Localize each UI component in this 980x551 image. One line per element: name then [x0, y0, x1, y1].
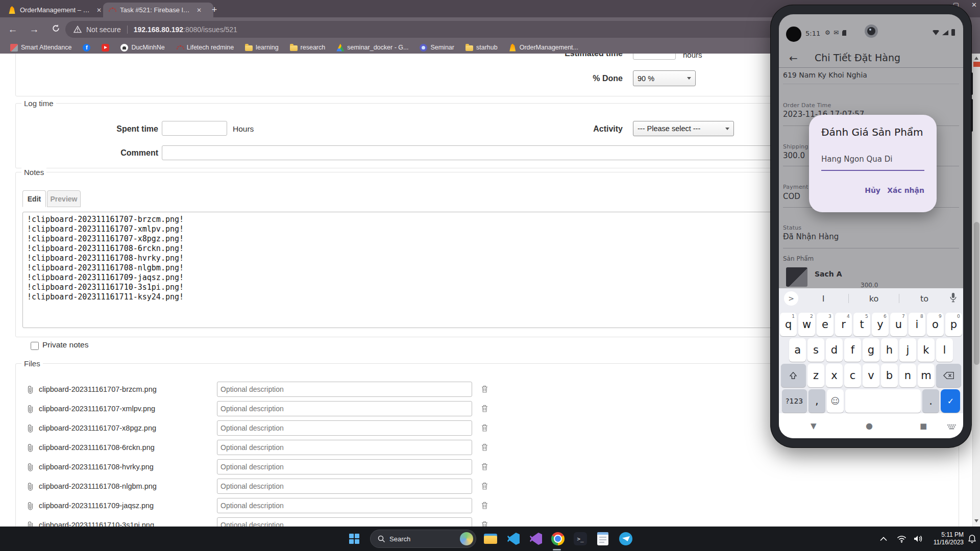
- delete-file-icon[interactable]: [481, 423, 488, 434]
- search-highlight-icon[interactable]: [460, 532, 473, 545]
- suggestion[interactable]: to: [899, 294, 949, 304]
- terminal-button[interactable]: >_: [572, 531, 589, 547]
- cancel-button[interactable]: Hủy: [865, 186, 880, 194]
- tab-close-icon[interactable]: ✕: [197, 7, 202, 14]
- suggestion[interactable]: I: [798, 294, 848, 304]
- symbols-key[interactable]: ?123: [782, 389, 807, 413]
- enter-key[interactable]: ✓: [941, 389, 960, 413]
- space-key[interactable]: [845, 389, 921, 413]
- volume-down-button[interactable]: [971, 99, 973, 132]
- delete-file-icon[interactable]: [481, 501, 488, 511]
- bookmark-item[interactable]: starhub: [462, 43, 501, 52]
- keyboard-key[interactable]: x: [826, 364, 843, 387]
- backspace-key[interactable]: [936, 364, 961, 387]
- telegram-button[interactable]: [618, 531, 634, 547]
- keyboard-key[interactable]: z: [807, 364, 824, 387]
- comma-key[interactable]: ,: [808, 389, 825, 413]
- confirm-button[interactable]: Xác nhận: [887, 186, 924, 194]
- file-explorer-button[interactable]: [482, 531, 499, 547]
- keyboard-key[interactable]: s: [807, 338, 824, 362]
- tab-edit[interactable]: Edit: [22, 190, 46, 207]
- keyboard-key[interactable]: 5t: [853, 313, 870, 336]
- bookmark-item[interactable]: seminar_docker - G...: [333, 43, 411, 53]
- file-description-input[interactable]: [217, 420, 472, 436]
- estimated-time-input[interactable]: [633, 54, 676, 60]
- percent-done-select[interactable]: 90 %: [633, 70, 696, 86]
- back-arrow[interactable]: ←: [789, 52, 798, 64]
- delete-file-icon[interactable]: [481, 520, 488, 527]
- nav-recents-button[interactable]: ■: [920, 421, 927, 431]
- bookmark-item[interactable]: Lifetech redmine: [173, 43, 237, 53]
- forward-button[interactable]: →: [27, 22, 42, 37]
- tab-ordermanagement[interactable]: OrderManagement – Cloud Fires ✕: [3, 3, 110, 17]
- keyboard-key[interactable]: 8i: [909, 313, 925, 336]
- hide-keyboard-button[interactable]: [947, 423, 956, 433]
- bookmark-item[interactable]: DucMinhNe: [117, 43, 167, 53]
- reload-button[interactable]: [48, 22, 63, 37]
- notifications-button[interactable]: [968, 527, 976, 551]
- wifi-tray-button[interactable]: [897, 527, 906, 551]
- keyboard-key[interactable]: f: [844, 338, 861, 362]
- bookmark-item[interactable]: learning: [242, 43, 281, 52]
- file-description-input[interactable]: [217, 517, 472, 527]
- expand-suggestions-button[interactable]: >: [784, 291, 798, 306]
- keyboard-key[interactable]: 7u: [890, 313, 907, 336]
- visual-studio-button[interactable]: [528, 531, 544, 547]
- file-description-input[interactable]: [217, 382, 472, 397]
- keyboard-key[interactable]: l: [936, 338, 953, 362]
- delete-file-icon[interactable]: [481, 443, 488, 453]
- suggestion[interactable]: ko: [849, 294, 899, 304]
- taskbar-clock[interactable]: 5:11 PM 11/16/2023: [930, 527, 964, 551]
- period-key[interactable]: .: [922, 389, 939, 413]
- private-notes-checkbox[interactable]: [31, 342, 39, 350]
- delete-file-icon[interactable]: [481, 482, 488, 492]
- file-description-input[interactable]: [217, 401, 472, 416]
- back-button[interactable]: ←: [5, 22, 20, 37]
- volume-up-button[interactable]: [971, 72, 973, 95]
- keyboard-key[interactable]: 4r: [835, 313, 852, 336]
- keyboard-key[interactable]: v: [863, 364, 879, 387]
- close-button[interactable]: ✕: [971, 1, 977, 9]
- bookmark-item[interactable]: [80, 43, 93, 53]
- bookmark-item[interactable]: Seminar: [416, 43, 457, 53]
- keyboard-key[interactable]: m: [918, 364, 935, 387]
- file-description-input[interactable]: [217, 479, 472, 494]
- keyboard-key[interactable]: b: [881, 364, 898, 387]
- tray-expand-button[interactable]: [880, 527, 887, 551]
- volume-tray-button[interactable]: [913, 527, 923, 551]
- scrollbar-thumb[interactable]: [974, 222, 979, 365]
- file-description-input[interactable]: [217, 498, 472, 513]
- new-tab-button[interactable]: +: [208, 4, 220, 16]
- bookmark-item[interactable]: research: [287, 43, 329, 52]
- delete-file-icon[interactable]: [481, 462, 488, 472]
- review-text-input[interactable]: Hang Ngon Qua Di: [821, 155, 924, 164]
- bookmark-item[interactable]: [99, 43, 112, 53]
- keyboard-key[interactable]: 1q: [780, 313, 797, 336]
- keyboard-key[interactable]: c: [844, 364, 861, 387]
- scroll-up-icon[interactable]: [974, 57, 978, 60]
- bookmark-item[interactable]: OrderManagement...: [506, 43, 581, 53]
- keyboard-key[interactable]: n: [899, 364, 916, 387]
- notepad-button[interactable]: [595, 531, 611, 547]
- vscode-button[interactable]: [505, 531, 522, 547]
- tab-preview[interactable]: Preview: [47, 190, 81, 207]
- file-description-input[interactable]: [217, 440, 472, 455]
- emoji-key[interactable]: ☺: [827, 389, 844, 413]
- delete-file-icon[interactable]: [481, 404, 488, 414]
- keyboard-key[interactable]: d: [826, 338, 843, 362]
- mic-button[interactable]: [949, 292, 957, 305]
- nav-back-button[interactable]: ▼: [811, 421, 817, 431]
- keyboard-key[interactable]: j: [899, 338, 916, 362]
- keyboard-key[interactable]: 0p: [945, 313, 962, 336]
- keyboard-key[interactable]: 2w: [798, 313, 815, 336]
- delete-file-icon[interactable]: [481, 385, 488, 395]
- activity-select[interactable]: --- Please select ---: [633, 121, 734, 136]
- floating-bubble[interactable]: [786, 27, 801, 42]
- keyboard-key[interactable]: a: [789, 338, 806, 362]
- keyboard-key[interactable]: h: [881, 338, 898, 362]
- keyboard-key[interactable]: 3e: [817, 313, 834, 336]
- keyboard-key[interactable]: 6y: [872, 313, 889, 336]
- shift-key[interactable]: [781, 364, 806, 387]
- file-description-input[interactable]: [217, 459, 472, 474]
- bookmark-item[interactable]: Smart Attendance: [7, 43, 75, 53]
